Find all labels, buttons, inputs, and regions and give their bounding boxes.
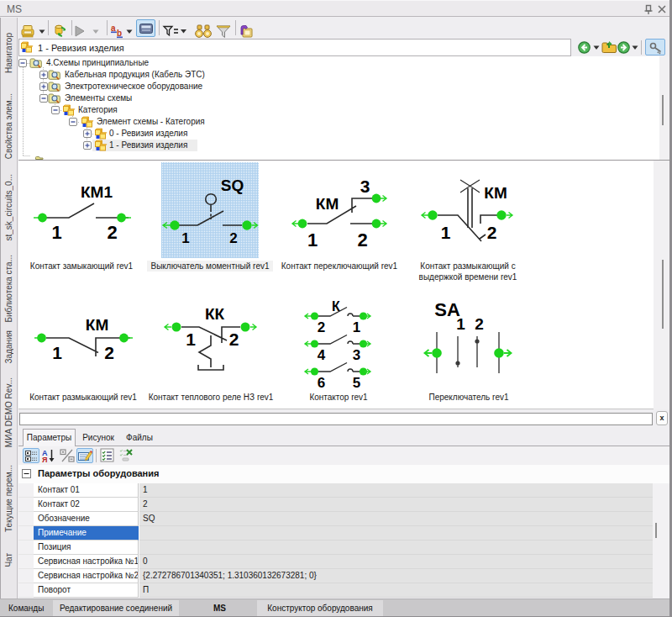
svg-text:1: 1: [51, 222, 61, 243]
svg-text:1: 1: [456, 315, 465, 333]
svg-text:SQ: SQ: [221, 177, 244, 194]
svg-text:КМ: КМ: [86, 316, 108, 334]
svg-text:3: 3: [353, 347, 360, 363]
svg-text:4: 4: [318, 347, 326, 363]
svg-text:5: 5: [353, 375, 360, 391]
svg-text:b: b: [117, 29, 122, 38]
svg-text:КМ: КМ: [316, 195, 339, 213]
svg-text:1: 1: [353, 319, 360, 335]
svg-text:1: 1: [181, 230, 189, 246]
svg-text:2: 2: [107, 222, 117, 243]
svg-text:1: 1: [52, 343, 62, 362]
svg-text:6: 6: [318, 375, 325, 391]
svg-text:1: 1: [186, 330, 196, 349]
svg-text:1: 1: [307, 229, 318, 250]
svg-text:2: 2: [229, 230, 237, 246]
svg-text:1: 1: [441, 223, 451, 242]
svg-text:2: 2: [104, 343, 114, 362]
svg-text:КМ1: КМ1: [81, 183, 113, 201]
svg-text:3: 3: [360, 177, 370, 196]
svg-text:К: К: [332, 299, 340, 314]
svg-text:a: a: [111, 24, 116, 33]
svg-text:КМ: КМ: [484, 184, 507, 202]
svg-text:КК: КК: [205, 305, 225, 323]
svg-text:Я: Я: [42, 456, 47, 464]
svg-text:2: 2: [357, 229, 367, 250]
svg-text:2: 2: [318, 319, 325, 335]
svg-text:2: 2: [487, 223, 497, 242]
svg-text:2: 2: [229, 330, 239, 349]
svg-text:2: 2: [475, 315, 484, 333]
